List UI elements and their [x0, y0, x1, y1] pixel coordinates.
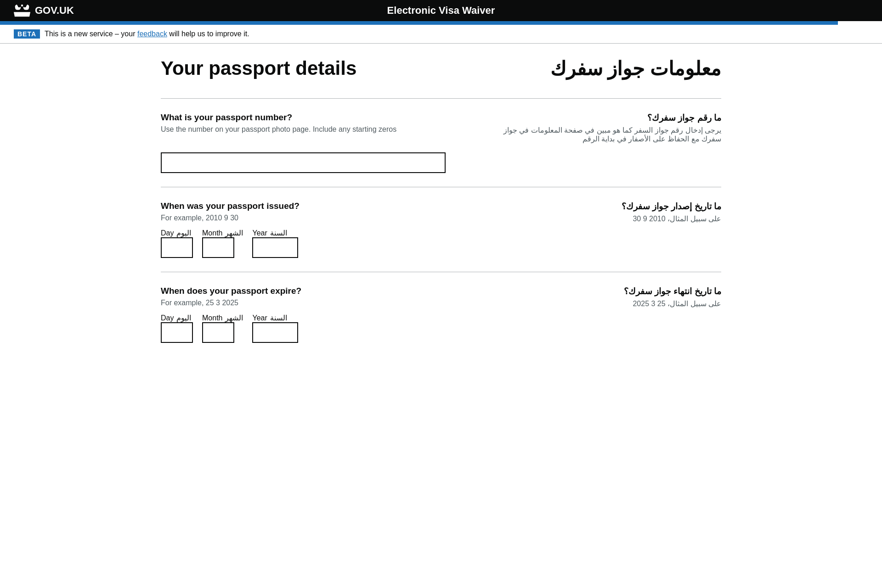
page-heading-en: Your passport details: [161, 57, 356, 79]
issued-month-input[interactable]: [202, 237, 234, 258]
expiry-year-group: Year السنة: [252, 314, 298, 343]
issued-year-label-ar: السنة: [270, 229, 287, 237]
passport-expiry-right: ما تاريخ انتهاء جواز سفرك؟ على سبيل المث…: [486, 286, 721, 308]
site-header: GOV.UK Electronic Visa Waiver: [0, 0, 882, 21]
issued-month-label-pair: Month الشهر: [202, 229, 243, 237]
progress-bar: [0, 21, 838, 25]
beta-text: This is a new service – your feedback wi…: [45, 30, 249, 38]
issued-year-group: Year السنة: [252, 229, 298, 258]
passport-number-hint-en: Use the number on your passport photo pa…: [161, 125, 469, 134]
passport-number-hint-ar: يرجى إدخال رقم جواز السفر كما هو مبين في…: [486, 126, 721, 143]
svg-point-1: [21, 5, 23, 6]
expiry-day-label-ar: اليوم: [176, 314, 191, 322]
svg-point-0: [16, 6, 18, 7]
issued-month-label-en: Month: [202, 229, 222, 237]
crown-icon: [14, 4, 30, 17]
issued-month-group: Month الشهر: [202, 229, 243, 258]
passport-issued-date-fields: Day اليوم Month الشهر Year السنة: [161, 229, 721, 258]
expiry-year-label-ar: السنة: [270, 314, 287, 322]
gov-logo[interactable]: GOV.UK: [14, 4, 74, 17]
issued-day-label-pair: Day اليوم: [161, 229, 193, 237]
expiry-year-input[interactable]: [252, 322, 298, 343]
passport-number-question-row: What is your passport number? Use the nu…: [161, 112, 721, 143]
passport-number-label-en: What is your passport number?: [161, 112, 469, 123]
issued-month-label-ar: الشهر: [225, 229, 243, 237]
page-header-title: Electronic Visa Waiver: [387, 5, 495, 17]
issued-day-label-en: Day: [161, 229, 174, 237]
passport-issued-label-ar: ما تاريخ إصدار جواز سفرك؟: [486, 201, 721, 212]
passport-expiry-label-en: When does your passport expire?: [161, 286, 469, 296]
issued-day-label-ar: اليوم: [176, 229, 191, 237]
expiry-month-group: Month الشهر: [202, 314, 243, 343]
passport-expiry-hint-en: For example, 25 3 2025: [161, 299, 469, 307]
issued-year-input[interactable]: [252, 237, 298, 258]
beta-tag: BETA: [14, 29, 40, 39]
page-heading-row: Your passport details معلومات جواز سفرك: [161, 57, 721, 80]
passport-issued-hint-ar: على سبيل المثال، 2010 9 30: [486, 214, 721, 223]
expiry-day-label-en: Day: [161, 314, 174, 322]
main-content: Your passport details معلومات جواز سفرك …: [147, 44, 735, 370]
passport-number-left: What is your passport number? Use the nu…: [161, 112, 469, 134]
feedback-link[interactable]: feedback: [137, 30, 167, 38]
issued-year-label-en: Year: [252, 229, 267, 237]
expiry-month-input[interactable]: [202, 322, 234, 343]
expiry-year-label-en: Year: [252, 314, 267, 322]
expiry-month-label-ar: الشهر: [225, 314, 243, 322]
passport-expiry-left: When does your passport expire? For exam…: [161, 286, 469, 307]
passport-number-input[interactable]: [161, 152, 446, 173]
passport-number-section: What is your passport number? Use the nu…: [161, 98, 721, 187]
issued-year-label-pair: Year السنة: [252, 229, 298, 237]
issued-day-group: Day اليوم: [161, 229, 193, 258]
expiry-day-group: Day اليوم: [161, 314, 193, 343]
page-heading-ar: معلومات جواز سفرك: [550, 57, 721, 80]
expiry-year-label-pair: Year السنة: [252, 314, 298, 322]
passport-expiry-question-row: When does your passport expire? For exam…: [161, 286, 721, 308]
passport-expiry-hint-ar: على سبيل المثال، 25 3 2025: [486, 299, 721, 308]
passport-issued-label-en: When was your passport issued?: [161, 201, 469, 211]
beta-banner: BETA This is a new service – your feedba…: [0, 25, 882, 44]
passport-issued-section: When was your passport issued? For examp…: [161, 187, 721, 272]
passport-number-right: ما رقم جواز سفرك؟ يرجى إدخال رقم جواز ال…: [486, 112, 721, 143]
passport-expiry-section: When does your passport expire? For exam…: [161, 272, 721, 357]
issued-day-input[interactable]: [161, 237, 193, 258]
passport-issued-left: When was your passport issued? For examp…: [161, 201, 469, 222]
expiry-month-label-pair: Month الشهر: [202, 314, 243, 322]
passport-expiry-date-fields: Day اليوم Month الشهر Year السنة: [161, 314, 721, 343]
expiry-month-label-en: Month: [202, 314, 222, 322]
gov-uk-label: GOV.UK: [35, 5, 74, 17]
passport-issued-right: ما تاريخ إصدار جواز سفرك؟ على سبيل المثا…: [486, 201, 721, 223]
expiry-day-label-pair: Day اليوم: [161, 314, 193, 322]
passport-number-label-ar: ما رقم جواز سفرك؟: [486, 112, 721, 123]
expiry-day-input[interactable]: [161, 322, 193, 343]
passport-issued-hint-en: For example, 2010 9 30: [161, 214, 469, 222]
passport-issued-question-row: When was your passport issued? For examp…: [161, 201, 721, 223]
passport-expiry-label-ar: ما تاريخ انتهاء جواز سفرك؟: [486, 286, 721, 297]
